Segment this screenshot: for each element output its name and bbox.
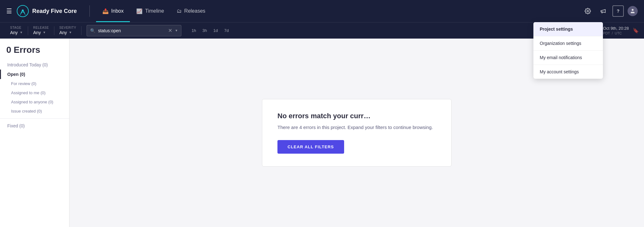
filter-bar-right: Oct 9th, 20:28 PDT / UTC 🔖 bbox=[603, 26, 639, 35]
datetime-text: Oct 9th, 20:28 bbox=[603, 26, 629, 31]
time-1h-button[interactable]: 1h bbox=[189, 27, 198, 34]
svg-point-1 bbox=[22, 9, 24, 11]
sidebar-section: Introduced Today (0) Open (0) For review… bbox=[0, 60, 69, 131]
logo-area: Ready Five Core bbox=[16, 5, 77, 17]
empty-state-title: No errors match your curr… bbox=[277, 112, 436, 120]
empty-state-description: There are 4 errors in this project. Expa… bbox=[277, 124, 436, 131]
dropdown-item-email-notifications[interactable]: My email notifications bbox=[533, 51, 603, 65]
help-button[interactable]: ? bbox=[612, 5, 624, 17]
sidebar: 0 Errors Introduced Today (0) Open (0) F… bbox=[0, 39, 70, 227]
release-value: Any ▼ bbox=[33, 30, 49, 35]
stage-label: STAGE bbox=[10, 26, 23, 29]
dropdown-item-project-settings[interactable]: Project settings bbox=[533, 22, 603, 36]
sidebar-item-issue-created[interactable]: Issue created (0) bbox=[0, 107, 69, 116]
severity-filter[interactable]: SEVERITY Any ▼ bbox=[54, 26, 82, 35]
user-icon bbox=[630, 8, 635, 14]
releases-icon: 🗂 bbox=[177, 8, 182, 14]
nav-links: 📥 Inbox 📈 Timeline 🗂 Releases bbox=[96, 0, 582, 22]
svg-point-2 bbox=[587, 10, 589, 12]
bookmark-icon[interactable]: 🔖 bbox=[633, 28, 639, 34]
nav-link-timeline-label: Timeline bbox=[145, 8, 164, 14]
sidebar-item-introduced-today[interactable]: Introduced Today (0) bbox=[0, 60, 69, 70]
release-arrow-icon: ▼ bbox=[43, 31, 46, 34]
search-dropdown-icon[interactable]: ▼ bbox=[175, 29, 178, 32]
nav-link-releases-label: Releases bbox=[184, 8, 205, 14]
dropdown-item-account-settings[interactable]: My account settings bbox=[533, 65, 603, 79]
sidebar-item-fixed[interactable]: Fixed (0) bbox=[0, 121, 69, 131]
empty-state-card: No errors match your curr… There are 4 e… bbox=[262, 99, 452, 167]
nav-link-inbox-label: Inbox bbox=[111, 8, 124, 14]
gear-icon bbox=[585, 8, 591, 14]
sidebar-item-assigned-to-anyone[interactable]: Assigned to anyone (0) bbox=[0, 97, 69, 107]
time-7d-button[interactable]: 7d bbox=[222, 27, 231, 34]
severity-label: SEVERITY bbox=[59, 26, 76, 29]
release-filter[interactable]: RELEASE Any ▼ bbox=[28, 26, 54, 35]
errors-count: 0 Errors bbox=[0, 45, 69, 60]
hamburger-icon[interactable]: ☰ bbox=[6, 7, 12, 15]
svg-point-3 bbox=[632, 9, 634, 11]
settings-dropdown-menu: Project settings Organization settings M… bbox=[533, 22, 603, 79]
timeline-icon: 📈 bbox=[136, 8, 143, 14]
time-3h-button[interactable]: 3h bbox=[200, 27, 210, 34]
sidebar-divider bbox=[0, 118, 69, 119]
datetime-display: Oct 9th, 20:28 PDT / UTC bbox=[603, 26, 629, 35]
inbox-icon: 📥 bbox=[102, 8, 109, 14]
user-avatar[interactable] bbox=[628, 6, 638, 16]
sentry-logo-icon bbox=[16, 5, 29, 17]
project-name: Ready Five Core bbox=[32, 8, 77, 15]
stage-filter[interactable]: STAGE Any ▼ bbox=[5, 26, 28, 35]
search-bar[interactable]: 🔍 status:open ✕ ▼ bbox=[87, 25, 181, 36]
nav-right-icons: ? bbox=[582, 5, 638, 17]
timezone-pdt: PDT bbox=[603, 31, 610, 35]
sidebar-item-for-review[interactable]: For review (0) bbox=[0, 79, 69, 88]
stage-arrow-icon: ▼ bbox=[20, 31, 23, 34]
release-label: RELEASE bbox=[33, 26, 49, 29]
timezone-utc: UTC bbox=[615, 31, 622, 35]
nav-divider bbox=[89, 5, 90, 17]
top-navigation: ☰ Ready Five Core 📥 Inbox 📈 Timeline 🗂 R… bbox=[0, 0, 644, 22]
nav-link-timeline[interactable]: 📈 Timeline bbox=[130, 0, 170, 22]
severity-value: Any ▼ bbox=[59, 30, 76, 35]
search-icon: 🔍 bbox=[90, 28, 95, 33]
stage-value: Any ▼ bbox=[10, 30, 23, 35]
megaphone-button[interactable] bbox=[597, 5, 609, 17]
time-filters: 1h 3h 1d 7d bbox=[189, 27, 231, 34]
search-clear-icon[interactable]: ✕ bbox=[168, 28, 172, 34]
megaphone-icon bbox=[600, 8, 606, 14]
severity-arrow-icon: ▼ bbox=[69, 31, 72, 34]
time-1d-button[interactable]: 1d bbox=[211, 27, 220, 34]
nav-link-inbox[interactable]: 📥 Inbox bbox=[96, 0, 130, 22]
dropdown-item-org-settings[interactable]: Organization settings bbox=[533, 36, 603, 51]
sidebar-item-open[interactable]: Open (0) bbox=[0, 70, 69, 79]
nav-link-releases[interactable]: 🗂 Releases bbox=[170, 0, 212, 22]
settings-button[interactable] bbox=[582, 5, 593, 17]
clear-all-filters-button[interactable]: CLEAR ALL FILTERS bbox=[277, 140, 344, 154]
search-text: status:open bbox=[98, 28, 166, 33]
sidebar-item-assigned-to-me[interactable]: Assigned to me (0) bbox=[0, 88, 69, 97]
